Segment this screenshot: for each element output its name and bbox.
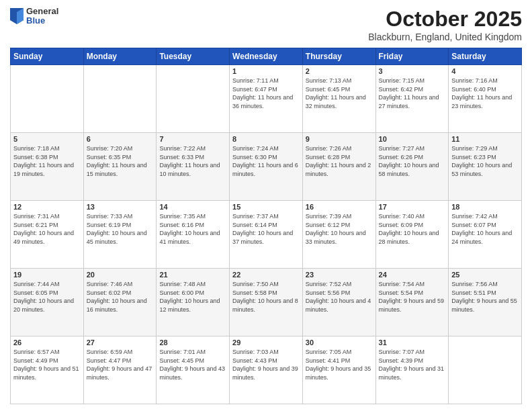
- logo: General Blue: [10, 7, 58, 26]
- cell-0-2: [157, 65, 230, 133]
- week-row-4: 26Sunrise: 6:57 AMSunset: 4:49 PMDayligh…: [11, 336, 522, 404]
- day-info: Sunrise: 7:52 AMSunset: 5:56 PMDaylight:…: [306, 280, 373, 314]
- page: General Blue October 2025 Blackburn, Eng…: [0, 0, 532, 411]
- day-number: 28: [159, 338, 226, 347]
- day-number: 10: [379, 135, 446, 143]
- day-number: 12: [13, 203, 81, 211]
- month-title: October 2025: [368, 7, 522, 32]
- logo-general: General: [26, 7, 58, 16]
- header-tuesday: Tuesday: [157, 48, 230, 65]
- day-info: Sunrise: 7:20 AMSunset: 6:35 PMDaylight:…: [87, 144, 154, 178]
- week-row-1: 5Sunrise: 7:18 AMSunset: 6:38 PMDaylight…: [11, 133, 522, 201]
- cell-2-5: 17Sunrise: 7:40 AMSunset: 6:09 PMDayligh…: [375, 201, 449, 269]
- day-number: 31: [379, 338, 446, 347]
- day-number: 11: [451, 135, 519, 143]
- cell-3-5: 24Sunrise: 7:54 AMSunset: 5:54 PMDayligh…: [375, 269, 449, 336]
- day-number: 7: [159, 135, 226, 143]
- day-number: 29: [232, 338, 300, 347]
- day-info: Sunrise: 7:29 AMSunset: 6:23 PMDaylight:…: [451, 144, 519, 178]
- logo-icon: [10, 8, 24, 24]
- cell-0-5: 3Sunrise: 7:15 AMSunset: 6:42 PMDaylight…: [375, 65, 449, 133]
- day-info: Sunrise: 7:33 AMSunset: 6:19 PMDaylight:…: [87, 212, 154, 246]
- cell-1-4: 9Sunrise: 7:26 AMSunset: 6:28 PMDaylight…: [302, 133, 375, 201]
- cell-1-3: 8Sunrise: 7:24 AMSunset: 6:30 PMDaylight…: [230, 133, 303, 201]
- day-info: Sunrise: 7:03 AMSunset: 4:43 PMDaylight:…: [232, 348, 300, 381]
- cell-1-2: 7Sunrise: 7:22 AMSunset: 6:33 PMDaylight…: [157, 133, 230, 201]
- day-number: 14: [159, 203, 226, 211]
- week-row-3: 19Sunrise: 7:44 AMSunset: 6:05 PMDayligh…: [11, 269, 522, 336]
- day-number: 4: [451, 67, 519, 75]
- week-row-0: 1Sunrise: 7:11 AMSunset: 6:47 PMDaylight…: [11, 65, 522, 133]
- day-number: 13: [87, 203, 154, 211]
- cell-3-0: 19Sunrise: 7:44 AMSunset: 6:05 PMDayligh…: [11, 269, 84, 336]
- cell-2-6: 18Sunrise: 7:42 AMSunset: 6:07 PMDayligh…: [449, 201, 522, 269]
- day-info: Sunrise: 7:54 AMSunset: 5:54 PMDaylight:…: [379, 280, 446, 314]
- day-number: 21: [159, 271, 226, 279]
- day-info: Sunrise: 6:57 AMSunset: 4:49 PMDaylight:…: [13, 348, 81, 381]
- day-number: 1: [232, 67, 300, 75]
- day-info: Sunrise: 7:26 AMSunset: 6:28 PMDaylight:…: [306, 144, 373, 178]
- day-info: Sunrise: 7:11 AMSunset: 6:47 PMDaylight:…: [232, 77, 300, 110]
- cell-4-0: 26Sunrise: 6:57 AMSunset: 4:49 PMDayligh…: [11, 336, 84, 404]
- day-info: Sunrise: 7:22 AMSunset: 6:33 PMDaylight:…: [159, 144, 226, 178]
- day-info: Sunrise: 7:48 AMSunset: 6:00 PMDaylight:…: [159, 280, 226, 314]
- day-info: Sunrise: 7:24 AMSunset: 6:30 PMDaylight:…: [232, 144, 300, 178]
- cell-3-4: 23Sunrise: 7:52 AMSunset: 5:56 PMDayligh…: [302, 269, 375, 336]
- day-number: 2: [306, 67, 373, 75]
- cell-4-3: 29Sunrise: 7:03 AMSunset: 4:43 PMDayligh…: [230, 336, 303, 404]
- day-number: 5: [13, 135, 81, 143]
- cell-1-5: 10Sunrise: 7:27 AMSunset: 6:26 PMDayligh…: [375, 133, 449, 201]
- cell-0-1: [83, 65, 157, 133]
- week-row-2: 12Sunrise: 7:31 AMSunset: 6:21 PMDayligh…: [11, 201, 522, 269]
- day-number: 23: [306, 271, 373, 279]
- day-number: 27: [87, 338, 154, 347]
- header: General Blue October 2025 Blackburn, Eng…: [10, 7, 522, 42]
- day-info: Sunrise: 7:50 AMSunset: 5:58 PMDaylight:…: [232, 280, 300, 314]
- day-info: Sunrise: 7:44 AMSunset: 6:05 PMDaylight:…: [13, 280, 81, 314]
- calendar-table: Sunday Monday Tuesday Wednesday Thursday…: [10, 48, 522, 404]
- cell-3-2: 21Sunrise: 7:48 AMSunset: 6:00 PMDayligh…: [157, 269, 230, 336]
- day-number: 15: [232, 203, 300, 211]
- day-info: Sunrise: 7:27 AMSunset: 6:26 PMDaylight:…: [379, 144, 446, 178]
- day-info: Sunrise: 7:18 AMSunset: 6:38 PMDaylight:…: [13, 144, 81, 178]
- cell-0-6: 4Sunrise: 7:16 AMSunset: 6:40 PMDaylight…: [449, 65, 522, 133]
- header-thursday: Thursday: [302, 48, 375, 65]
- cell-4-1: 27Sunrise: 6:59 AMSunset: 4:47 PMDayligh…: [83, 336, 157, 404]
- cell-2-2: 14Sunrise: 7:35 AMSunset: 6:16 PMDayligh…: [157, 201, 230, 269]
- day-number: 26: [13, 338, 81, 347]
- day-number: 16: [306, 203, 373, 211]
- day-number: 6: [87, 135, 154, 143]
- cell-3-3: 22Sunrise: 7:50 AMSunset: 5:58 PMDayligh…: [230, 269, 303, 336]
- day-info: Sunrise: 7:16 AMSunset: 6:40 PMDaylight:…: [451, 77, 519, 110]
- day-number: 22: [232, 271, 300, 279]
- header-friday: Friday: [375, 48, 449, 65]
- day-number: 18: [451, 203, 519, 211]
- cell-0-3: 1Sunrise: 7:11 AMSunset: 6:47 PMDaylight…: [230, 65, 303, 133]
- cell-1-1: 6Sunrise: 7:20 AMSunset: 6:35 PMDaylight…: [83, 133, 157, 201]
- day-info: Sunrise: 7:37 AMSunset: 6:14 PMDaylight:…: [232, 212, 300, 246]
- cell-4-6: [449, 336, 522, 404]
- cell-2-4: 16Sunrise: 7:39 AMSunset: 6:12 PMDayligh…: [302, 201, 375, 269]
- cell-2-1: 13Sunrise: 7:33 AMSunset: 6:19 PMDayligh…: [83, 201, 157, 269]
- day-number: 19: [13, 271, 81, 279]
- location: Blackburn, England, United Kingdom: [368, 32, 522, 42]
- day-info: Sunrise: 7:13 AMSunset: 6:45 PMDaylight:…: [306, 77, 373, 110]
- cell-0-0: [11, 65, 84, 133]
- cell-1-6: 11Sunrise: 7:29 AMSunset: 6:23 PMDayligh…: [449, 133, 522, 201]
- cell-3-6: 25Sunrise: 7:56 AMSunset: 5:51 PMDayligh…: [449, 269, 522, 336]
- day-info: Sunrise: 7:31 AMSunset: 6:21 PMDaylight:…: [13, 212, 81, 246]
- day-number: 20: [87, 271, 154, 279]
- day-info: Sunrise: 7:56 AMSunset: 5:51 PMDaylight:…: [451, 280, 519, 314]
- day-info: Sunrise: 6:59 AMSunset: 4:47 PMDaylight:…: [87, 348, 154, 381]
- cell-4-5: 31Sunrise: 7:07 AMSunset: 4:39 PMDayligh…: [375, 336, 449, 404]
- day-number: 24: [379, 271, 446, 279]
- cell-2-3: 15Sunrise: 7:37 AMSunset: 6:14 PMDayligh…: [230, 201, 303, 269]
- day-number: 30: [306, 338, 373, 347]
- day-number: 3: [379, 67, 446, 75]
- day-number: 25: [451, 271, 519, 279]
- header-wednesday: Wednesday: [230, 48, 303, 65]
- day-info: Sunrise: 7:46 AMSunset: 6:02 PMDaylight:…: [87, 280, 154, 314]
- day-info: Sunrise: 7:07 AMSunset: 4:39 PMDaylight:…: [379, 348, 446, 381]
- header-saturday: Saturday: [449, 48, 522, 65]
- day-info: Sunrise: 7:05 AMSunset: 4:41 PMDaylight:…: [306, 348, 373, 381]
